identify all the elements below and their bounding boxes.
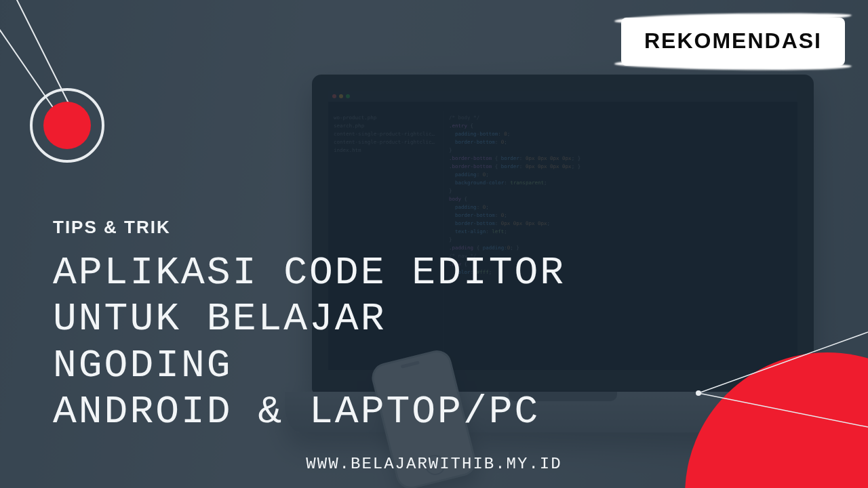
recommendation-badge: REKOMENDASI — [621, 18, 845, 66]
headline-block: TIPS & TRIK APLIKASI CODE EDITOR UNTUK B… — [53, 217, 566, 436]
headline-text: APLIKASI CODE EDITOR UNTUK BELAJAR NGODI… — [53, 250, 566, 436]
banner-stage: wo-product.php search.php content-single… — [0, 0, 868, 488]
kicker-text: TIPS & TRIK — [53, 217, 566, 238]
brand-dot-icon — [30, 88, 104, 163]
site-url: WWW.BELAJARWITHIB.MY.ID — [306, 455, 561, 473]
badge-label: REKOMENDASI — [644, 28, 822, 53]
